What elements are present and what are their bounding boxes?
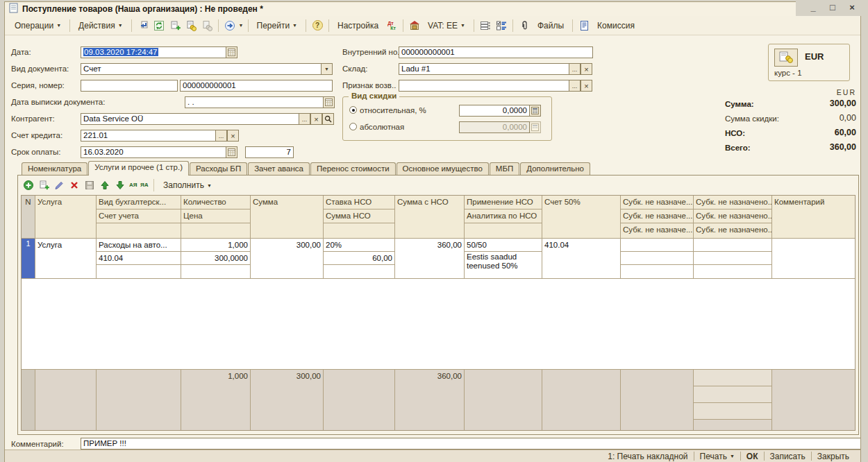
return-flag-input[interactable] [399, 80, 569, 92]
vat-selector[interactable]: VAT: EE▼ [424, 19, 469, 33]
select-button[interactable]: ... [569, 63, 581, 75]
tab-fixed-assets[interactable]: Основное имущество [397, 162, 489, 176]
cell-sum[interactable]: 300,00 [251, 239, 323, 252]
operations-menu[interactable]: Операции▼ [10, 19, 65, 33]
close-button[interactable]: Закрыть [812, 452, 855, 461]
cell-subconto2[interactable] [694, 239, 771, 252]
credit-account-input[interactable]: 221.01 [81, 130, 216, 142]
due-date-input[interactable]: 16.03.2020 [81, 146, 226, 158]
post-document-icon[interactable] [184, 19, 198, 33]
currency-icon[interactable] [774, 49, 798, 67]
cell-sum-with-vat[interactable]: 360,00 [395, 239, 464, 252]
select-button[interactable]: ... [569, 80, 581, 92]
minimize-button[interactable]: _ [807, 1, 819, 14]
edit-row-icon[interactable] [53, 179, 65, 191]
settings-button[interactable]: Настройка [333, 19, 383, 33]
copy-row-icon[interactable] [37, 179, 50, 191]
paperclip-icon[interactable] [517, 19, 531, 33]
print-invoice-button[interactable]: 1: Печать накладной [602, 452, 693, 461]
files-button[interactable]: Файлы [533, 19, 568, 33]
maximize-button[interactable]: □ [826, 1, 839, 14]
save-post-icon[interactable] [136, 19, 150, 33]
commission-icon[interactable] [577, 19, 591, 33]
save-button[interactable]: Записать [765, 452, 811, 461]
number-input[interactable]: 000000000001 [180, 80, 333, 92]
go-icon[interactable] [223, 19, 237, 33]
cell-acc-kind[interactable]: Расходы на авто... [97, 239, 181, 252]
copy-document-icon[interactable] [168, 19, 182, 33]
search-icon[interactable] [322, 113, 334, 125]
clear-button[interactable]: × [581, 80, 592, 92]
currency-box[interactable]: EUR курс - 1 [768, 44, 850, 81]
dropdown-icon[interactable]: ▼ [239, 23, 244, 28]
cell-vat-apply[interactable]: 50/50 [465, 239, 542, 252]
refresh-icon[interactable] [152, 19, 166, 33]
due-days-input[interactable]: 7 [245, 146, 294, 158]
commission-button[interactable]: Комиссия [593, 19, 639, 33]
table-row[interactable]: 1 Услуга Расходы на авто... 410.04 1,000… [22, 239, 855, 279]
tab-additional[interactable]: Дополнительно [520, 162, 590, 176]
clear-button[interactable]: × [310, 113, 322, 125]
discount-relative-input[interactable]: 0,0000 [459, 105, 530, 117]
sort-asc-icon[interactable]: АЯ↓ [129, 182, 137, 188]
cell-subconto2[interactable] [694, 265, 771, 278]
warehouse-input[interactable]: Ladu #1 [399, 63, 569, 75]
list-settings-icon[interactable] [494, 19, 508, 33]
tab-services[interactable]: Услуги и прочее (1 стр.) [88, 161, 189, 176]
table-sections-icon[interactable] [478, 19, 492, 33]
tab-mbp[interactable]: МБП [490, 162, 519, 176]
internal-no-input[interactable]: 000000000001 [399, 46, 593, 58]
move-down-icon[interactable] [114, 179, 126, 191]
cell-qty[interactable]: 1,000 [181, 239, 250, 252]
select-button[interactable]: ... [215, 130, 227, 142]
tab-nomenclature[interactable]: Номенклатура [22, 162, 87, 176]
cell-account[interactable]: 410.04 [97, 252, 181, 265]
contractor-input[interactable]: Data Service OÜ [81, 113, 299, 125]
cell-account50[interactable]: 410.04 [542, 239, 620, 252]
discount-absolute-radio[interactable] [349, 123, 357, 130]
cell-vat-sum[interactable]: 60,00 [324, 252, 394, 265]
ok-button[interactable]: ОК [741, 452, 764, 461]
cell-subconto1[interactable] [621, 252, 693, 265]
print-button[interactable]: Печать▼ [694, 452, 740, 461]
sort-desc-icon[interactable]: ЯА↓ [140, 182, 149, 188]
clear-button[interactable]: × [581, 63, 592, 75]
cell-subconto2[interactable] [694, 252, 771, 265]
tab-expenses[interactable]: Расходы БП [190, 162, 247, 176]
help-icon[interactable]: ? [310, 19, 324, 33]
delete-row-icon[interactable] [68, 179, 81, 191]
issue-date-input[interactable]: . . [185, 96, 324, 108]
date-input[interactable]: 09.03.2020 17:24:47 [81, 46, 226, 58]
goto-menu[interactable]: Перейти▼ [253, 19, 302, 33]
clear-button[interactable]: × [227, 130, 239, 142]
discount-relative-radio[interactable] [349, 106, 357, 114]
tab-advance-offset[interactable]: Зачет аванса [248, 162, 310, 176]
row-number[interactable]: 1 [22, 239, 35, 278]
cell-subconto1[interactable] [621, 239, 693, 252]
calendar-button[interactable] [226, 146, 237, 158]
unpost-document-icon[interactable] [200, 19, 214, 33]
add-row-icon[interactable] [22, 179, 35, 191]
combo-dropdown-button[interactable]: ▼ [321, 63, 333, 75]
dt-kt-icon[interactable]: ДтКт [385, 19, 399, 33]
grid-empty-area[interactable] [22, 279, 855, 369]
calendar-button[interactable] [226, 46, 237, 58]
vat-organization-icon[interactable] [408, 19, 422, 33]
cell-subconto1[interactable] [621, 265, 693, 278]
cell-service[interactable]: Услуга [35, 239, 96, 252]
fill-button[interactable]: Заполнить▼ [159, 178, 216, 192]
cell-vat-rate[interactable]: 20% [324, 239, 394, 252]
close-button[interactable]: × [846, 1, 858, 14]
move-up-icon[interactable] [99, 179, 111, 191]
doc-type-combo[interactable]: Счет [81, 63, 322, 75]
calendar-button[interactable] [323, 96, 335, 108]
cell-comment[interactable] [772, 239, 855, 252]
series-input[interactable] [81, 80, 178, 92]
cell-price[interactable]: 300,0000 [181, 252, 250, 265]
actions-menu[interactable]: Действия▼ [74, 19, 127, 33]
tab-cost-transfer[interactable]: Перенос стоимости [310, 162, 396, 176]
select-button[interactable]: ... [299, 113, 310, 125]
calculator-button[interactable] [529, 105, 541, 117]
comment-input[interactable]: ПРИМЕР !!! [81, 438, 861, 450]
cell-vat-analytics[interactable]: Eestis saadud teenused 50% [465, 252, 542, 278]
